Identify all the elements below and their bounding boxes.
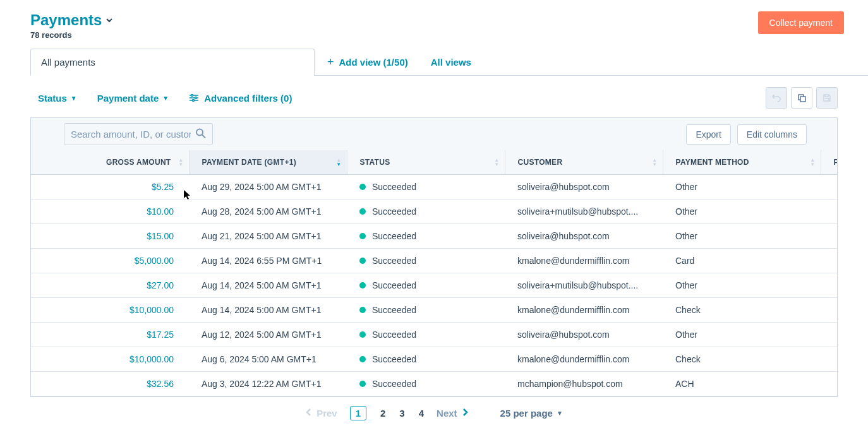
advanced-filters-label: Advanced filters (0)	[204, 93, 292, 104]
add-view-button[interactable]: + Add view (1/50)	[315, 56, 421, 69]
amount-cell[interactable]: $15.00	[31, 224, 189, 249]
add-view-label: Add view (1/50)	[339, 57, 408, 68]
filter-payment-date[interactable]: Payment date ▼	[97, 93, 169, 104]
column-label: CUSTOMER	[518, 158, 563, 167]
status-dot-icon	[359, 208, 366, 215]
extra-cell	[821, 298, 838, 323]
status-dot-icon	[359, 282, 366, 288]
table-row[interactable]: $15.00Aug 21, 2024 5:00 AM GMT+1Succeede…	[31, 224, 838, 249]
table-row[interactable]: $5,000.00Aug 14, 2024 6:55 PM GMT+1Succe…	[31, 249, 838, 273]
copy-button[interactable]	[791, 87, 812, 109]
record-count: 78 records	[30, 30, 113, 40]
customer-cell: soliveira@hubspot.com	[505, 224, 663, 249]
table-row[interactable]: $32.56Aug 3, 2024 12:22 AM GMT+1Succeede…	[31, 372, 838, 396]
sort-icon: ▲▼	[810, 158, 815, 167]
page-number-1[interactable]: 1	[350, 406, 366, 420]
status-cell: Succeeded	[347, 175, 505, 199]
table-row[interactable]: $10,000.00Aug 14, 2024 5:00 AM GMT+1Succ…	[31, 298, 838, 323]
column-extra[interactable]: P	[821, 150, 838, 175]
amount-cell[interactable]: $5.25	[31, 175, 189, 199]
page-title: Payments	[30, 11, 102, 29]
table-row[interactable]: $10.00Aug 28, 2024 5:00 AM GMT+1Succeede…	[31, 199, 838, 224]
date-cell: Aug 28, 2024 5:00 AM GMT+1	[189, 199, 347, 224]
date-cell: Aug 14, 2024 5:00 AM GMT+1	[189, 273, 347, 298]
all-views-link[interactable]: All views	[421, 57, 481, 68]
date-cell: Aug 14, 2024 5:00 AM GMT+1	[189, 298, 347, 323]
next-label: Next	[437, 408, 457, 419]
column-label: GROSS AMOUNT	[106, 158, 171, 167]
table-row[interactable]: $10,000.00Aug 6, 2024 5:00 AM GMT+1Succe…	[31, 347, 838, 372]
amount-cell[interactable]: $10.00	[31, 199, 189, 224]
sort-icon: ▲▼	[178, 158, 183, 167]
method-cell: Other	[663, 323, 821, 347]
customer-cell: soliveira@hubspot.com	[505, 175, 663, 199]
save-button	[816, 87, 838, 109]
page-number-4[interactable]: 4	[419, 408, 424, 419]
sort-icon: ▲▼	[336, 158, 341, 167]
search-input[interactable]	[64, 123, 213, 145]
column-payment-method[interactable]: PAYMENT METHOD ▲▼	[663, 150, 821, 175]
table-row[interactable]: $27.00Aug 14, 2024 5:00 AM GMT+1Succeede…	[31, 273, 838, 298]
per-page-dropdown[interactable]: 25 per page ▼	[500, 408, 563, 419]
filter-date-label: Payment date	[97, 93, 159, 104]
filter-status[interactable]: Status ▼	[38, 93, 77, 104]
per-page-label: 25 per page	[500, 408, 553, 419]
customer-cell: kmalone@dundermifflin.com	[505, 249, 663, 273]
chevron-left-icon	[305, 408, 313, 419]
amount-cell[interactable]: $10,000.00	[31, 347, 189, 372]
filter-status-label: Status	[38, 93, 67, 104]
advanced-filters-button[interactable]: Advanced filters (0)	[189, 93, 292, 104]
page-number-3[interactable]: 3	[399, 408, 404, 419]
status-cell: Succeeded	[347, 298, 505, 323]
column-payment-date[interactable]: PAYMENT DATE (GMT+1) ▲▼	[189, 150, 347, 175]
amount-cell[interactable]: $17.25	[31, 323, 189, 347]
edit-columns-button[interactable]: Edit columns	[737, 124, 807, 145]
status-cell: Succeeded	[347, 273, 505, 298]
page-title-dropdown[interactable]: Payments	[30, 11, 113, 29]
amount-cell[interactable]: $27.00	[31, 273, 189, 298]
svg-rect-7	[800, 97, 805, 102]
customer-cell: soliveira+mutilsub@hubspot....	[505, 199, 663, 224]
chevron-down-icon: ▼	[71, 95, 77, 102]
tab-all-payments[interactable]: All payments	[30, 49, 315, 76]
column-label: STATUS	[360, 158, 390, 167]
amount-cell[interactable]: $32.56	[31, 372, 189, 396]
page-number-2[interactable]: 2	[380, 408, 385, 419]
export-button[interactable]: Export	[686, 124, 730, 145]
extra-cell	[821, 224, 838, 249]
date-cell: Aug 21, 2024 5:00 AM GMT+1	[189, 224, 347, 249]
column-label: PAYMENT DATE (GMT+1)	[202, 158, 296, 167]
status-cell: Succeeded	[347, 347, 505, 372]
next-page-button[interactable]: Next	[437, 408, 469, 419]
extra-cell	[821, 273, 838, 298]
svg-point-5	[193, 100, 195, 102]
status-dot-icon	[359, 381, 366, 387]
amount-cell[interactable]: $5,000.00	[31, 249, 189, 273]
customer-cell: mchampion@hubspot.com	[505, 372, 663, 396]
prev-page-button: Prev	[305, 408, 337, 419]
method-cell: Other	[663, 273, 821, 298]
date-cell: Aug 14, 2024 6:55 PM GMT+1	[189, 249, 347, 273]
svg-point-8	[196, 129, 203, 135]
status-cell: Succeeded	[347, 372, 505, 396]
collect-payment-button[interactable]: Collect payment	[758, 11, 844, 34]
column-gross-amount[interactable]: GROSS AMOUNT ▲▼	[31, 150, 189, 175]
table-row[interactable]: $17.25Aug 12, 2024 5:00 AM GMT+1Succeede…	[31, 323, 838, 347]
status-cell: Succeeded	[347, 224, 505, 249]
method-cell: Check	[663, 298, 821, 323]
status-dot-icon	[359, 233, 366, 239]
amount-cell[interactable]: $10,000.00	[31, 298, 189, 323]
payments-table: GROSS AMOUNT ▲▼ PAYMENT DATE (GMT+1) ▲▼ …	[31, 150, 838, 396]
undo-button	[766, 87, 787, 109]
column-status[interactable]: STATUS ▲▼	[347, 150, 505, 175]
chevron-right-icon	[461, 408, 469, 419]
svg-point-4	[195, 97, 197, 99]
customer-cell: kmalone@dundermifflin.com	[505, 347, 663, 372]
settings-icon	[189, 93, 199, 102]
table-row[interactable]: $5.25Aug 29, 2024 5:00 AM GMT+1Succeeded…	[31, 175, 838, 199]
date-cell: Aug 29, 2024 5:00 AM GMT+1	[189, 175, 347, 199]
svg-line-9	[202, 134, 205, 138]
date-cell: Aug 6, 2024 5:00 AM GMT+1	[189, 347, 347, 372]
column-customer[interactable]: CUSTOMER ▲▼	[505, 150, 663, 175]
method-cell: Other	[663, 199, 821, 224]
